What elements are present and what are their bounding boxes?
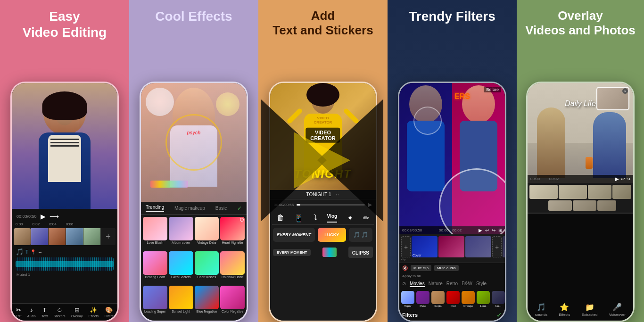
thumb-clip2 [465,236,491,261]
sticker-cat-draw[interactable]: ✏ [363,214,369,223]
mute-clip-btn[interactable]: Mute clip [411,265,431,271]
effect-item[interactable]: Blue Negative [195,286,219,319]
tonight-sticker: TONIGHT [294,167,352,181]
effect-item[interactable]: Album cover [169,217,193,250]
thumb-cover: Cover [412,236,438,261]
effect-item[interactable]: Girl's Secrets [169,251,193,284]
filter-swatches-row: Vapor Punk Sepia Red Orange [399,289,505,309]
filter-punk[interactable]: Punk [416,291,429,307]
toolbar-filters[interactable]: 🎨 Filters [105,306,114,318]
play-btn-1[interactable]: ▶ [41,213,46,220]
sticker-info: TONIGHT 1 ↔ [270,190,376,199]
video-preview-5: Daily Life × 00:0000:02 ▶ ↩ [528,83,633,183]
filter-vapor[interactable]: Vapor [401,291,414,307]
video-preview-1 [12,83,117,209]
effects-panel-2: Trending Magic makeup Basic ✓ Love Blush… [141,202,247,321]
effect-item[interactable]: Heart Kisses [195,251,219,284]
video-preview-3: VIDEOCREATOR VIDEOCREATOR TONIGHT [270,83,376,190]
filter-orange[interactable]: Orange [462,291,475,307]
effect-item[interactable]: Vintage Date [195,217,219,250]
toolbar-audio[interactable]: ♪ Audio [27,306,36,318]
panel-text-stickers: AddText and Stickers [258,0,388,322]
toolbar-stickers[interactable]: ☺ Stickers [54,306,66,318]
effect-item[interactable]: Sunset Light [169,286,193,319]
apply-all-label: Apply to all [402,274,421,278]
clipss-wave [322,248,337,257]
filter-lime[interactable]: Lime [477,291,490,307]
toolbar5-voiceover[interactable]: 🎤 Voiceover [609,303,626,317]
toolbar5-effects[interactable]: ⭐ Effects [559,303,570,317]
phone-mockup-3: VIDEOCREATOR VIDEOCREATOR TONIGHT TONIGH… [269,82,377,322]
track-label-1: Muted 1 [14,272,116,278]
toolbar-overlay[interactable]: ⊞ Overlay [71,306,83,318]
filter-red[interactable]: Red [446,291,460,307]
filter-cat-nature[interactable]: Nature [429,281,443,287]
filter-cats: ⊘ Movies Nature Retro B&W Style [399,279,505,289]
sticker-cat-cursor[interactable]: ⤵ [314,214,317,223]
video-preview-4: Before ERS [399,83,505,234]
filter-cat-bw[interactable]: B&W [462,281,472,287]
main-video-track [529,185,631,199]
effect-item[interactable]: Color Negative [220,286,245,319]
timeline-ruler-1: 0:000:020:040:06 [14,222,116,226]
mute-audio-btn[interactable]: Mute audio [434,265,459,271]
tab-trending[interactable]: Trending [146,205,164,212]
panel5-title: OverlayVideos and Photos [517,0,644,41]
toolbar5-sounds[interactable]: 🎵 sounds [535,303,547,317]
effect-item[interactable]: Love Blush [143,217,167,250]
panel2-title: Cool Effects [129,0,258,28]
effect-item[interactable]: Heart Vignette [220,217,245,250]
sticker-cat-delete[interactable]: 🗑 [277,214,284,223]
before-label: Before [484,87,501,92]
filter-cat-style[interactable]: Style [476,281,487,287]
sticker-cat-vlog[interactable]: Vlog [327,214,338,223]
filter-cat-circle[interactable]: ⊘ [402,281,406,287]
filter-sepia[interactable]: Sepia [431,291,445,307]
panel-cool-effects: Cool Effects psych [129,0,258,322]
filter-no[interactable]: No... [492,291,505,307]
timeline-thumbs-4: + clip Cover + Ending [399,234,505,263]
sticker-item[interactable]: EVERY MOMENT [273,228,315,242]
filter-cat-retro[interactable]: Retro [446,281,458,287]
time-display-1: 00:03/0:50 [17,214,37,219]
effect-item[interactable]: Loading Super [143,286,167,319]
tab-basic[interactable]: Basic [215,206,227,211]
tab-magic[interactable]: Magic makeup [174,206,205,211]
overlay-track [529,200,631,211]
timeline-area-1: 00:03/0:50 ▶ ⟶ 0:000:020:040:06 [12,209,117,303]
play-btn-3[interactable]: ▶ [368,201,372,208]
filters-check[interactable]: ✓ [496,311,502,319]
panel-easy-video-editing: EasyVideo Editing [0,0,129,322]
sticker-item[interactable]: 🎵🎵 [349,228,372,242]
panel1-title: EasyVideo Editing [0,0,129,44]
effect-item[interactable]: Rainbow Heart [220,251,245,284]
toolbar-edit[interactable]: ✂ Edit [16,306,21,318]
phone-mockup-2: psych Trending Magic makeup Basic ✓ [140,82,248,322]
sticker-panel-3: 🗑 📱 ⤵ Vlog ✦ ✏ [270,210,376,321]
progress-row: 00:00/00:55 ▶ [270,199,376,210]
sticker-cat-sparkle[interactable]: ✦ [347,214,353,223]
arrow-btn-1[interactable]: ⟶ [50,213,59,220]
clip-add-btn[interactable]: + clip [401,236,411,261]
toolbar5-extracted[interactable]: 📁 Extracted [582,303,598,317]
add-btn-end[interactable]: + [492,236,502,261]
ending-tag: Ending [503,236,505,257]
apply-all-row: Apply to all [399,273,505,279]
mini-timeline-5: 00:0000:02 ▶ ↩ ↪ [528,175,633,183]
sticker-item[interactable]: LUCKY [318,228,346,242]
music-track-1: 🎵 T 📍 ↔ [14,247,116,256]
toolbar-text[interactable]: T Text [41,306,48,318]
check-icon[interactable]: ✓ [237,205,242,212]
close-overlay-btn[interactable]: × [622,88,628,94]
panel-overlay: OverlayVideos and Photos [517,0,644,322]
sticker-cat-phone[interactable]: 📱 [294,214,304,223]
moment-badge: EVERY MOMENT [273,249,311,256]
vc-badge: VIDEOCREATOR [305,127,340,142]
filter-cat-movies[interactable]: Movies [410,281,425,287]
phone-mockup-5: Daily Life × 00:0000:02 ▶ ↩ [526,82,635,322]
effect-item[interactable]: Beating Heart [143,251,167,284]
clipss-logo: CLIPSS [348,247,373,258]
clipss-row: EVERY MOMENT CLIPSS [272,245,374,260]
toolbar-effects[interactable]: ✨ Effects [89,306,99,318]
panel-trendy-filters: Trendy Filters Before [388,0,517,322]
